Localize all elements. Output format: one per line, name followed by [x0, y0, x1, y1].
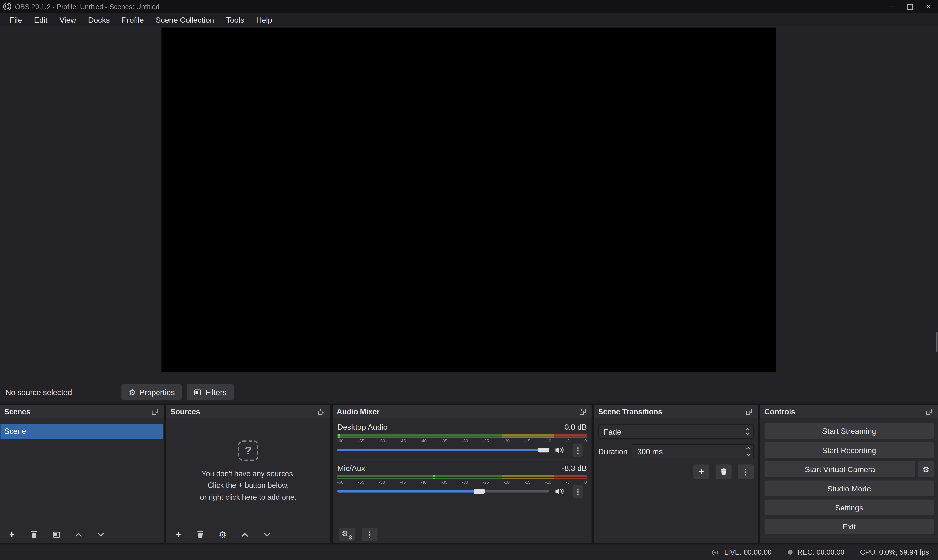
volume-slider-handle[interactable] — [538, 448, 549, 452]
preview-area — [0, 26, 938, 381]
scene-filters-button[interactable] — [51, 528, 62, 540]
scene-list-item[interactable]: Scene — [0, 424, 163, 439]
menu-edit[interactable]: Edit — [28, 13, 54, 26]
sources-empty-state[interactable]: ? You don't have any sources.Click the +… — [166, 418, 330, 525]
volume-slider[interactable] — [338, 487, 549, 495]
channel-options-button[interactable]: ⋮ — [573, 485, 583, 498]
sources-empty-line: or right click here to add one. — [200, 492, 296, 503]
live-status: LIVE: 00:00:00 — [711, 548, 771, 556]
sources-dock-header[interactable]: Sources — [166, 405, 330, 418]
start-streaming-button[interactable]: Start Streaming — [765, 423, 934, 439]
sources-dock-title: Sources — [170, 408, 200, 416]
duration-spinbox[interactable] — [632, 444, 754, 458]
audio-mixer-dock-header[interactable]: Audio Mixer — [333, 405, 592, 418]
controls-dock: Controls Start Streaming Start Recording… — [760, 405, 938, 543]
titlebar: OBS 29.1.2 - Profile: Untitled - Scenes:… — [0, 0, 938, 13]
channel-name: Desktop Audio — [338, 423, 387, 432]
minimize-icon[interactable] — [882, 0, 901, 13]
channel-volume-db: -8.3 dB — [562, 464, 587, 473]
transition-selected-value: Fade — [599, 427, 742, 436]
close-icon[interactable]: ✕ — [919, 0, 938, 13]
obs-logo-icon — [3, 2, 12, 11]
duration-increase-button[interactable] — [743, 445, 753, 451]
window-controls: ✕ — [882, 0, 938, 13]
channel-volume-db: 0.0 dB — [565, 423, 587, 432]
trash-icon — [196, 530, 204, 538]
plus-icon: + — [9, 529, 15, 539]
move-scene-down-button[interactable] — [95, 528, 106, 540]
add-transition-button[interactable]: + — [693, 465, 710, 479]
preview-canvas[interactable] — [161, 28, 776, 372]
menu-file[interactable]: File — [4, 13, 28, 26]
trash-icon — [720, 468, 728, 475]
remove-source-button[interactable] — [195, 528, 206, 540]
transition-options-button[interactable]: ⋮ — [737, 465, 754, 479]
virtual-camera-settings-button[interactable]: ⚙ — [918, 462, 934, 477]
popout-icon[interactable] — [744, 407, 754, 417]
question-mark-icon: ? — [238, 440, 258, 461]
filters-icon — [52, 531, 60, 538]
gear-icon: ⚙ — [923, 465, 930, 473]
chevron-up-icon — [74, 531, 82, 538]
popout-icon[interactable] — [578, 407, 587, 417]
record-dot-icon — [787, 549, 793, 555]
meter-scale: -60-55-50-45-40-35-30-25-20-15-10-50 — [338, 480, 587, 484]
menubar: FileEditViewDocksProfileScene Collection… — [0, 13, 938, 26]
move-source-down-button[interactable] — [261, 528, 272, 540]
menu-view[interactable]: View — [54, 13, 82, 26]
move-scene-up-button[interactable] — [73, 528, 84, 540]
mixer-channel-mic-aux: Mic/Aux -8.3 dB -60-55-50-45-40-35-30-25… — [338, 460, 587, 496]
add-source-button[interactable]: + — [173, 528, 184, 540]
menu-help[interactable]: Help — [250, 13, 278, 26]
advanced-audio-properties-button[interactable]: ⚙⚙ — [339, 528, 355, 541]
duration-decrease-button[interactable] — [743, 451, 753, 458]
mixer-options-button[interactable]: ⋮ — [362, 528, 378, 541]
settings-button[interactable]: Settings — [765, 500, 934, 515]
menu-profile[interactable]: Profile — [116, 13, 150, 26]
mixer-body: Desktop Audio 0.0 dB -60-55-50-45-40-35-… — [333, 418, 592, 496]
add-scene-button[interactable]: + — [6, 528, 17, 540]
volume-slider[interactable] — [338, 446, 549, 454]
start-recording-button[interactable]: Start Recording — [765, 442, 934, 458]
filters-button[interactable]: Filters — [187, 384, 234, 400]
scenes-list: Scene — [0, 418, 164, 439]
menu-docks[interactable]: Docks — [82, 13, 116, 26]
properties-button[interactable]: ⚙ Properties — [122, 384, 182, 400]
combo-spinner-icons[interactable] — [742, 428, 753, 435]
statusbar: LIVE: 00:00:00 REC: 00:00:00 CPU: 0.0%, … — [0, 545, 938, 560]
channel-name: Mic/Aux — [338, 464, 365, 473]
maximize-icon[interactable] — [901, 0, 919, 13]
scrollbar-thumb[interactable] — [936, 332, 937, 352]
audio-mixer-dock: Audio Mixer Desktop Audio 0.0 dB - — [333, 405, 592, 543]
window-title: OBS 29.1.2 - Profile: Untitled - Scenes:… — [15, 3, 159, 10]
speaker-mute-icon[interactable] — [555, 446, 565, 455]
dock-row: Scenes Scene + Sources ? — [0, 403, 938, 545]
channel-options-button[interactable]: ⋮ — [573, 444, 583, 457]
popout-icon[interactable] — [924, 407, 934, 417]
popout-icon[interactable] — [150, 407, 160, 417]
menu-scene-collection[interactable]: Scene Collection — [150, 13, 220, 26]
sources-empty-line: Click the + button below, — [200, 480, 296, 492]
speaker-mute-icon[interactable] — [555, 487, 565, 496]
controls-dock-title: Controls — [765, 408, 795, 416]
popout-icon[interactable] — [316, 407, 326, 417]
filters-icon — [194, 388, 202, 396]
studio-mode-button[interactable]: Studio Mode — [765, 480, 934, 496]
start-virtual-camera-button[interactable]: Start Virtual Camera — [765, 462, 915, 477]
source-properties-button[interactable]: ⚙ — [217, 528, 228, 540]
remove-scene-button[interactable] — [29, 528, 40, 540]
exit-button[interactable]: Exit — [765, 519, 934, 534]
meter-scale: -60-55-50-45-40-35-30-25-20-15-10-50 — [338, 439, 587, 443]
scenes-dock-header[interactable]: Scenes — [0, 405, 164, 418]
remove-transition-button[interactable] — [716, 465, 732, 479]
menu-tools[interactable]: Tools — [220, 13, 250, 26]
move-source-up-button[interactable] — [239, 528, 250, 540]
transition-select[interactable]: Fade — [598, 424, 754, 439]
gear-icon: ⚙ — [219, 530, 227, 539]
duration-input[interactable] — [633, 445, 743, 458]
obs-main-window: OBS 29.1.2 - Profile: Untitled - Scenes:… — [0, 0, 938, 560]
controls-dock-header[interactable]: Controls — [760, 405, 938, 418]
sources-dock: Sources ? You don't have any sources.Cli… — [166, 405, 330, 543]
volume-slider-handle[interactable] — [474, 489, 485, 494]
transitions-dock-header[interactable]: Scene Transitions — [594, 405, 758, 418]
